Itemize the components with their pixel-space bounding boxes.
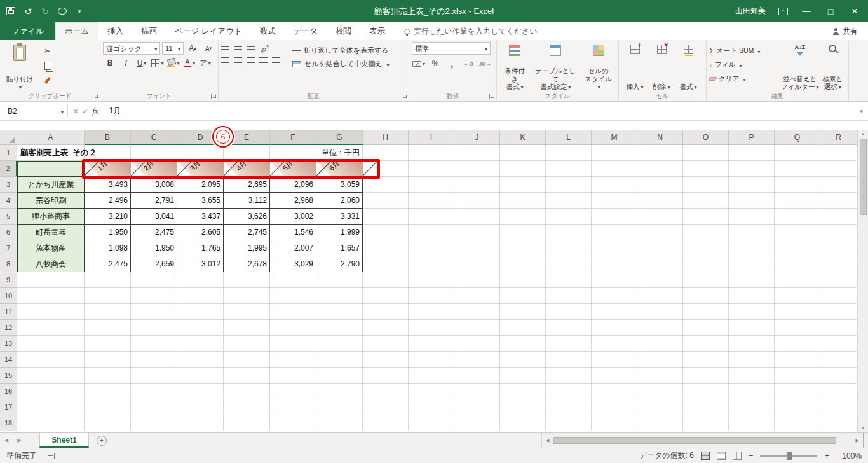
tab-データ[interactable]: データ: [285, 22, 327, 40]
cell-Q15[interactable]: [775, 368, 820, 384]
cell-Q14[interactable]: [775, 352, 820, 368]
cell-O10[interactable]: [683, 288, 729, 304]
cell-E11[interactable]: [224, 304, 270, 320]
row-header-1[interactable]: 1: [0, 145, 17, 161]
cell-C11[interactable]: [131, 304, 177, 320]
formula-input[interactable]: 1月: [104, 102, 855, 120]
close-icon[interactable]: [849, 5, 860, 18]
cell-R12[interactable]: [820, 320, 857, 336]
column-header-C[interactable]: C: [131, 130, 177, 145]
tab-校閲[interactable]: 校閲: [327, 22, 360, 40]
qat-customize-icon[interactable]: [75, 6, 84, 17]
row-header-10[interactable]: 10: [0, 288, 17, 304]
column-header-A[interactable]: A: [17, 130, 85, 145]
increase-font-size-icon[interactable]: [186, 43, 200, 54]
cell-B12[interactable]: [85, 320, 131, 336]
cell-M16[interactable]: [592, 384, 637, 399]
cell-F6[interactable]: 1,546: [270, 225, 316, 240]
cell-E3[interactable]: 2,695: [224, 177, 270, 193]
cell-I1[interactable]: [409, 145, 454, 161]
page-layout-view-button[interactable]: [717, 452, 726, 460]
cell-L4[interactable]: [546, 193, 592, 209]
cell-A13[interactable]: [17, 336, 85, 352]
cell-C4[interactable]: 2,791: [131, 193, 177, 209]
tell-me-box[interactable]: 実行したい作業を入力してください: [404, 22, 538, 40]
cell-P4[interactable]: [729, 193, 775, 209]
column-header-I[interactable]: I: [409, 130, 454, 145]
cell-N11[interactable]: [637, 304, 683, 320]
column-header-O[interactable]: O: [683, 130, 729, 145]
cell-I6[interactable]: [409, 225, 454, 240]
cell-O9[interactable]: [683, 272, 729, 288]
cell-A1[interactable]: 顧客別売上表_その２: [17, 145, 85, 161]
currency-format-button[interactable]: [412, 58, 426, 69]
cell-M6[interactable]: [592, 225, 637, 240]
cell-N13[interactable]: [637, 336, 683, 352]
phonetic-guide-button[interactable]: [198, 57, 212, 69]
select-all-corner[interactable]: [0, 130, 17, 145]
page-break-view-button[interactable]: [733, 452, 742, 460]
column-header-H[interactable]: H: [363, 130, 409, 145]
sheet-nav-left-icon[interactable]: [0, 433, 13, 448]
align-center-icon[interactable]: [234, 57, 242, 63]
cell-C7[interactable]: 1,950: [131, 240, 177, 256]
cell-K9[interactable]: [500, 272, 546, 288]
row-header-14[interactable]: 14: [0, 352, 17, 368]
cell-R10[interactable]: [820, 288, 857, 304]
cell-O12[interactable]: [683, 320, 729, 336]
cell-L1[interactable]: [546, 145, 592, 161]
cell-L9[interactable]: [546, 272, 592, 288]
cell-H9[interactable]: [363, 272, 409, 288]
column-header-G[interactable]: G: [316, 130, 363, 145]
percent-style-button[interactable]: [428, 58, 442, 69]
cell-O13[interactable]: [683, 336, 729, 352]
cell-Q2[interactable]: [775, 161, 820, 177]
cell-J11[interactable]: [454, 304, 500, 320]
cell-F7[interactable]: 2,007: [270, 240, 316, 256]
column-header-R[interactable]: R: [820, 130, 857, 145]
delete-cells-button[interactable]: 削除: [648, 42, 675, 92]
cell-C9[interactable]: [131, 272, 177, 288]
cell-B18[interactable]: [85, 415, 131, 431]
bold-button[interactable]: [103, 57, 117, 69]
cell-K12[interactable]: [500, 320, 546, 336]
row-header-8[interactable]: 8: [0, 256, 17, 272]
cell-L5[interactable]: [546, 209, 592, 225]
cell-P6[interactable]: [729, 225, 775, 240]
maximize-icon[interactable]: [825, 6, 836, 17]
cell-A18[interactable]: [17, 415, 85, 431]
cell-A4[interactable]: 宗谷印刷: [17, 193, 85, 209]
cell-K14[interactable]: [500, 352, 546, 368]
column-header-P[interactable]: P: [729, 130, 775, 145]
cell-D16[interactable]: [177, 384, 224, 399]
vertical-scrollbar[interactable]: [857, 130, 868, 432]
paste-button[interactable]: 貼り付け: [3, 42, 37, 92]
cell-O18[interactable]: [683, 415, 729, 431]
cell-F10[interactable]: [270, 288, 316, 304]
cell-I9[interactable]: [409, 272, 454, 288]
cell-A15[interactable]: [17, 368, 85, 384]
cell-P11[interactable]: [729, 304, 775, 320]
cell-J10[interactable]: [454, 288, 500, 304]
cell-R9[interactable]: [820, 272, 857, 288]
cell-M2[interactable]: [592, 161, 637, 177]
cell-C6[interactable]: 2,475: [131, 225, 177, 240]
cell-G5[interactable]: 3,331: [316, 209, 363, 225]
cell-M13[interactable]: [592, 336, 637, 352]
cell-E17[interactable]: [224, 399, 270, 415]
cell-A5[interactable]: 狸小路商事: [17, 209, 85, 225]
cell-A17[interactable]: [17, 399, 85, 415]
column-header-Q[interactable]: Q: [775, 130, 820, 145]
cell-J18[interactable]: [454, 415, 500, 431]
cell-P1[interactable]: [729, 145, 775, 161]
cell-R14[interactable]: [820, 352, 857, 368]
row-header-7[interactable]: 7: [0, 240, 17, 256]
cell-D12[interactable]: [177, 320, 224, 336]
cell-K8[interactable]: [500, 256, 546, 272]
cell-B5[interactable]: 3,210: [85, 209, 131, 225]
cell-I7[interactable]: [409, 240, 454, 256]
cell-O1[interactable]: [683, 145, 729, 161]
cell-O4[interactable]: [683, 193, 729, 209]
insert-cells-button[interactable]: 挿入: [621, 42, 648, 92]
decrease-indent-icon[interactable]: [259, 57, 268, 63]
